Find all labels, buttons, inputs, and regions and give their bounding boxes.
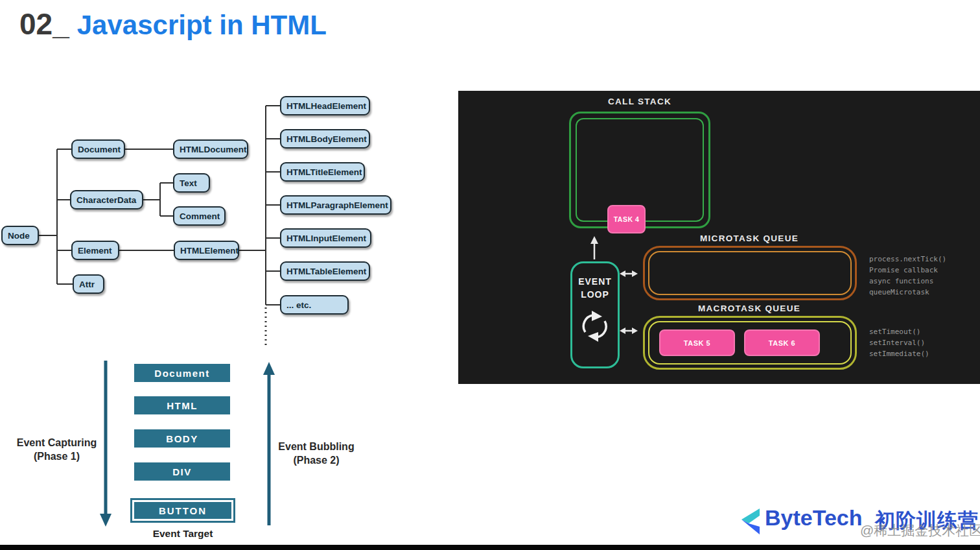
tree-node-comment: Comment xyxy=(173,206,226,226)
brand-name: ByteTech xyxy=(765,505,863,531)
tree-node-node: Node xyxy=(1,226,39,245)
event-loop-label-line1: EVENT xyxy=(570,276,620,287)
title-text: Javascript in HTML xyxy=(77,10,327,41)
event-bubbling-line1: Event Bubbling xyxy=(264,440,368,453)
tree-node-text: Text xyxy=(173,173,210,193)
microtask-api-line: Promise callback xyxy=(869,266,938,274)
tree-node-attr: Attr xyxy=(73,274,104,294)
event-loop-label-line2: LOOP xyxy=(570,289,620,300)
tree-node-htmltitleelement: HTMLTitleElement xyxy=(280,162,365,182)
microtask-queue-box-inner xyxy=(648,251,852,295)
event-capturing-label: Event Capturing (Phase 1) xyxy=(6,436,107,463)
tree-node-htmlinputelement: HTMLInputElement xyxy=(280,228,371,248)
macrotask-api-line: setImmediate() xyxy=(869,350,929,358)
task-6: TASK 6 xyxy=(744,329,820,356)
tree-node-element: Element xyxy=(71,241,119,260)
microtask-api-line: process.nextTick() xyxy=(869,255,946,263)
event-capturing-line2: (Phase 1) xyxy=(6,449,107,463)
tree-node-htmlparagraphelement: HTMLParagraphElement xyxy=(280,195,391,215)
macrotask-api-line: setInterval() xyxy=(869,339,925,347)
phase-box-html: HTML xyxy=(134,396,230,414)
event-capturing-line1: Event Capturing xyxy=(6,436,107,449)
task-5: TASK 5 xyxy=(659,329,735,356)
tree-node-etc: ... etc. xyxy=(280,295,349,315)
tree-node-htmltableelement: HTMLTableElement xyxy=(280,261,370,281)
event-bubbling-line2: (Phase 2) xyxy=(264,453,368,467)
microtask-api-line: async functions xyxy=(869,277,933,285)
phase-box-button: BUTTON xyxy=(130,498,235,523)
tree-node-characterdata: CharacterData xyxy=(70,190,143,209)
tree-node-htmldocument: HTMLDocument xyxy=(173,139,248,159)
microtask-queue-label: MICROTASK QUEUE xyxy=(665,233,834,243)
title-number: 02_ xyxy=(19,6,69,42)
microtask-api-line: queueMicrotask xyxy=(869,288,929,296)
page-title: 02_ Javascript in HTML xyxy=(19,6,327,42)
event-bubbling-label: Event Bubbling (Phase 2) xyxy=(264,440,368,467)
watermark: @稀土掘金技术社区 xyxy=(860,521,980,540)
slide: 02_ Javascript in HTML xyxy=(0,0,980,550)
tree-node-document: Document xyxy=(71,139,125,159)
task-4: TASK 4 xyxy=(607,205,646,233)
phase-box-body: BODY xyxy=(134,429,230,448)
phase-box-document: Document xyxy=(134,364,230,382)
bottom-bar xyxy=(0,545,980,550)
event-target-label: Event Target xyxy=(130,528,236,540)
bytetech-logo-icon xyxy=(741,508,760,534)
macrotask-queue-label: MACROTASK QUEUE xyxy=(665,304,834,313)
phase-box-div: DIV xyxy=(134,462,230,481)
macrotask-api-line: setTimeout() xyxy=(869,328,920,336)
tree-node-htmlbodyelement: HTMLBodyElement xyxy=(280,129,370,149)
call-stack-label: CALL STACK xyxy=(575,97,705,106)
tree-node-htmlheadelement: HTMLHeadElement xyxy=(280,96,370,115)
tree-node-htmlelement: HTMLElement xyxy=(174,241,239,260)
